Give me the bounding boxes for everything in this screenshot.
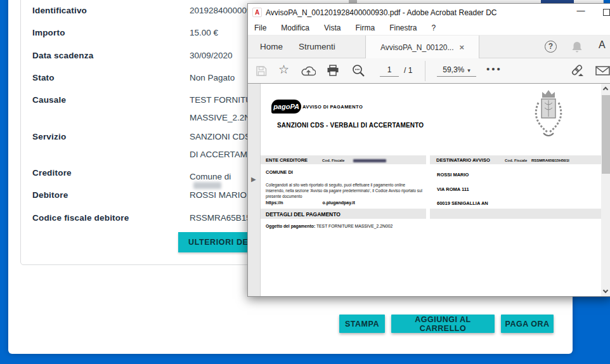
- detail-value-text: Comune di: [190, 172, 231, 181]
- menu-modifica[interactable]: Modifica: [281, 23, 309, 32]
- chevron-down-icon: ▾: [467, 67, 470, 74]
- pdf-oggetto-label: Oggetto del pagamento:: [266, 224, 315, 228]
- pdf-destinatario-header: DESTINATARIO AVVISO: [436, 157, 490, 163]
- search-zoom-icon[interactable]: [352, 64, 365, 80]
- pdf-payment-url: https://no.plugandpay.it: [266, 200, 355, 205]
- pdf-destinatario-cf-label: Cod. Fiscale: [505, 159, 527, 162]
- adobe-pdf-icon: A: [252, 8, 262, 17]
- scroll-down-icon[interactable]: [603, 288, 608, 293]
- pdf-destinatario-cf-value: RSSMRA65B15H501I: [531, 159, 569, 162]
- toolbar-divider: [425, 61, 425, 81]
- pdf-doc-type: AVVISO DI PAGAMENTO: [302, 104, 363, 110]
- redacted-text: [193, 182, 221, 189]
- window-title: AvvisoPA_N_001201928400000930.pdf - Adob…: [266, 8, 497, 17]
- tab-document[interactable]: AvvisoPA_N_00120... ×: [365, 36, 479, 59]
- favorite-star-icon[interactable]: ☆: [278, 62, 289, 77]
- share-link-icon[interactable]: [570, 64, 585, 81]
- sign-in-label[interactable]: A: [599, 39, 606, 51]
- pdf-ente-name: COMUNE DI: [266, 169, 293, 175]
- pagopa-logo: pagoPA: [271, 100, 301, 114]
- add-to-cart-button[interactable]: AGGIUNGI AL CARRELLO: [391, 315, 495, 333]
- detail-value: 30/09/2020: [190, 51, 233, 60]
- acrobat-window: A AvvisoPA_N_001201928400000930.pdf - Ad…: [247, 3, 610, 297]
- save-icon[interactable]: [256, 65, 267, 79]
- pdf-band-dettagli: DETTAGLI DEL PAGAMENTO: [261, 209, 426, 219]
- pdf-oggetto-value: TEST FORNITURE MASSIVE_2.2N002: [316, 224, 393, 228]
- menu-help[interactable]: ?: [432, 23, 436, 32]
- expand-nav-pane-icon[interactable]: ▶: [251, 176, 256, 183]
- tab-close-icon[interactable]: ×: [460, 42, 465, 52]
- detail-value: Non Pagato: [190, 73, 235, 82]
- pdf-page: pagoPA AVVISO DI PAGAMENTO SANZIONI CDS …: [261, 84, 601, 296]
- window-titlebar[interactable]: A AvvisoPA_N_001201928400000930.pdf - Ad…: [248, 4, 610, 21]
- cod-fiscale-redacted: [353, 159, 386, 162]
- detail-value: ROSSI MARIO: [190, 190, 247, 200]
- pdf-dettagli-header: DETTAGLI DEL PAGAMENTO: [266, 211, 341, 218]
- tab-bar: Home Strumenti AvvisoPA_N_00120... × ? A: [248, 36, 610, 58]
- scroll-up-icon[interactable]: [603, 87, 608, 92]
- detail-value: Comune di: [190, 168, 231, 189]
- menu-firma[interactable]: Firma: [356, 23, 375, 32]
- print-icon[interactable]: [327, 65, 339, 79]
- menu-finestra[interactable]: Finestra: [389, 23, 417, 32]
- menu-vista[interactable]: Vista: [324, 23, 341, 32]
- email-icon[interactable]: [595, 66, 610, 78]
- zoom-level-value: 59,3%: [443, 65, 464, 74]
- municipal-crest-image: [529, 89, 568, 147]
- pdf-ente-cf-label: Cod. Fiscale: [322, 159, 344, 162]
- print-button[interactable]: STAMPA: [339, 315, 385, 333]
- tab-document-label: AvvisoPA_N_00120...: [380, 43, 454, 52]
- pdf-oggetto-row: Oggetto del pagamento: TEST FORNITURE MA…: [266, 224, 393, 228]
- menu-bar: File Modifica Vista Firma Finestra ?: [248, 21, 610, 36]
- pdf-destinatario-city: 60019 SENIGALLIA AN: [437, 200, 488, 206]
- page-number-input[interactable]: 1: [380, 63, 399, 77]
- pay-now-button[interactable]: PAGA ORA: [501, 315, 554, 333]
- pdf-destinatario-name: ROSSI MARIO: [437, 172, 469, 178]
- pdf-url-prefix: https://n: [266, 200, 283, 205]
- tab-strumenti[interactable]: Strumenti: [299, 36, 335, 58]
- zoom-level-control[interactable]: 59,3%▾: [437, 63, 476, 77]
- vertical-scrollbar[interactable]: [601, 84, 610, 296]
- menu-file[interactable]: File: [254, 23, 266, 32]
- tab-home[interactable]: Home: [260, 36, 283, 58]
- detail-value: 15.00 €: [190, 28, 218, 37]
- pdf-band-ente: ENTE CREDITORE Cod. Fiscale: [261, 155, 426, 164]
- notifications-bell-icon[interactable]: [571, 41, 583, 56]
- document-area: ▶ pagoPA AVVISO DI PAGAMENTO SANZIONI CD…: [248, 84, 610, 296]
- cloud-upload-icon[interactable]: [301, 65, 316, 79]
- pdf-destinatario-address: VIA ROMA 111: [437, 186, 469, 192]
- pdf-ente-header: ENTE CREDITORE: [266, 157, 308, 163]
- toolbar: ☆ 1 / 1 59,3%▾ •••: [248, 58, 610, 84]
- pdf-band-dettagli-right: [430, 209, 601, 219]
- pdf-band-destinatario: DESTINATARIO AVVISO Cod. Fiscale RSSMRA6…: [430, 155, 601, 164]
- scrollbar-thumb[interactable]: [602, 95, 610, 174]
- more-tools-icon[interactable]: •••: [486, 63, 502, 74]
- pdf-url-suffix: o.plugandpay.it: [323, 200, 355, 205]
- pdf-service-title: SANZIONI CDS - VERBALI DI ACCERTAMENTO: [277, 122, 424, 129]
- minimize-button[interactable]: —: [569, 4, 593, 20]
- pdf-payment-instructions: Collegandoti al sito web riportato di se…: [266, 182, 424, 199]
- navigation-pane-strip: ▶: [248, 84, 261, 296]
- maximize-button[interactable]: [603, 9, 610, 16]
- help-icon[interactable]: ?: [545, 41, 557, 53]
- page-total-label: / 1: [404, 66, 412, 75]
